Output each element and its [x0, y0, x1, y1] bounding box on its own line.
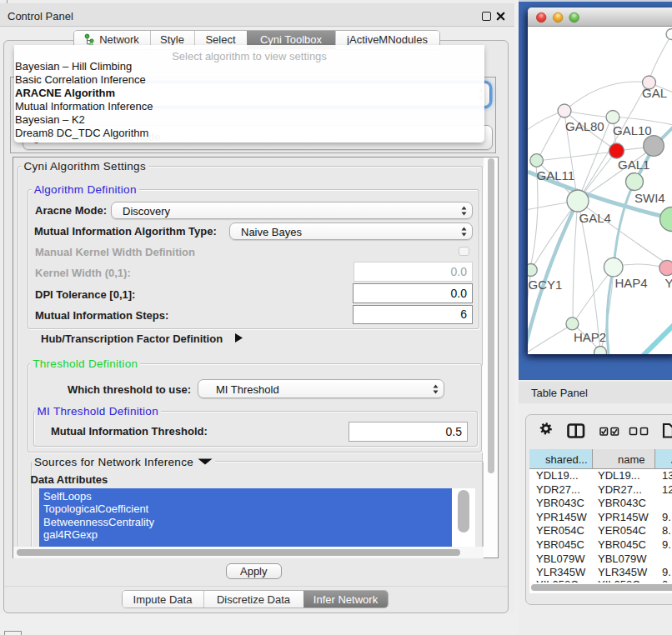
svg-text:GCY1: GCY1 [529, 278, 563, 292]
svg-text:GAL4: GAL4 [579, 211, 611, 225]
svg-text:GAL: GAL [642, 86, 667, 100]
svg-text:SWI4: SWI4 [634, 191, 665, 205]
svg-text:Y: Y [665, 276, 672, 290]
svg-text:GAL11: GAL11 [537, 168, 575, 182]
svg-text:GAL1: GAL1 [618, 158, 649, 172]
svg-text:HAP4: HAP4 [615, 276, 648, 290]
svg-text:GAL10: GAL10 [613, 123, 652, 138]
svg-text:GAL80: GAL80 [565, 119, 604, 133]
svg-text:HAP2: HAP2 [574, 330, 606, 344]
